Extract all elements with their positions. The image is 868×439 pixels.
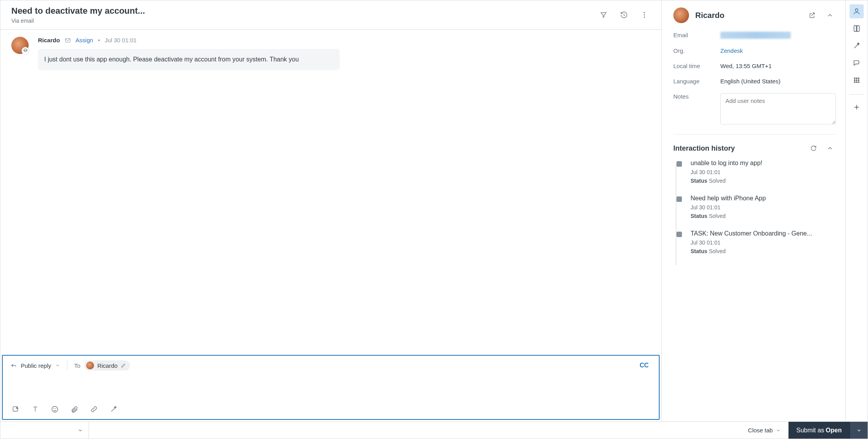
chevron-down-icon [856,428,862,433]
apps-rail [846,0,868,421]
more-actions-icon[interactable] [637,7,652,22]
history-icon[interactable] [617,7,631,22]
history-status-label: Status [691,213,707,219]
history-status-dot [676,232,682,237]
attachment-icon[interactable] [70,405,79,414]
chevron-down-icon [78,428,83,433]
history-status-label: Status [691,178,707,184]
history-status-value: Solved [709,213,726,219]
history-status-value: Solved [709,248,726,254]
filter-icon[interactable] [596,7,611,22]
composer-textarea[interactable] [3,374,659,401]
user-panel-header: Ricardo [673,7,836,29]
user-panel: Ricardo Email Org. Zendesk Local time We… [662,0,846,421]
submit-button-group: Submit as Open [788,422,868,439]
rail-add-icon[interactable] [850,100,864,114]
channel-badge-icon [22,47,29,55]
localtime-value: Wed, 13:55 GMT+1 [720,63,836,69]
user-name[interactable]: Ricardo [695,11,800,20]
svg-rect-12 [854,79,855,81]
localtime-label: Local time [673,63,720,69]
notes-textarea[interactable] [720,93,836,124]
org-value[interactable]: Zendesk [720,47,836,54]
svg-rect-17 [858,81,859,83]
edit-pencil-icon[interactable] [121,363,126,368]
open-external-icon[interactable] [806,9,818,21]
user-avatar[interactable] [673,7,689,23]
chevron-down-icon [776,428,781,433]
language-value: English (United States) [720,78,836,85]
reply-type-label: Public reply [21,362,51,369]
history-item[interactable]: unable to log into my app! Jul 30 01:01 … [679,160,836,195]
history-item[interactable]: TASK: New Customer Onboarding - Gene... … [679,230,836,265]
conversation-header: Need to deactivate my account... Via ema… [0,0,661,30]
history-item-ts: Jul 30 01:01 [691,169,836,175]
history-status-label: Status [691,248,707,254]
footer-bar: Close tab Submit as Open [0,422,868,439]
link-icon[interactable] [90,405,98,414]
close-tab-label: Close tab [748,427,773,434]
rail-conversations-icon[interactable] [850,56,864,70]
cc-button[interactable]: CC [640,362,651,369]
message-author[interactable]: Ricardo [38,37,60,43]
svg-rect-11 [858,77,859,79]
submit-status-dropdown[interactable] [850,422,868,439]
text-format-icon[interactable] [31,405,40,414]
submit-button[interactable]: Submit as Open [788,422,850,439]
submit-prefix: Submit as [796,427,824,434]
message-timestamp: Jul 30 01:01 [105,37,137,43]
reply-type-dropdown[interactable]: Public reply [11,362,60,369]
collapse-chevron-icon[interactable] [824,9,836,21]
submit-status: Open [826,427,842,434]
history-item[interactable]: Need help with iPhone App Jul 30 01:01 S… [679,195,836,230]
rail-apps-grid-icon[interactable] [850,73,864,87]
close-tab-button[interactable]: Close tab [89,422,788,439]
recipient-name: Ricardo [97,362,118,369]
rail-divider [850,94,864,95]
recipient-chip[interactable]: Ricardo [84,360,130,371]
history-item-title[interactable]: unable to log into my app! [691,160,836,167]
svg-point-5 [52,407,58,412]
chevron-down-icon [55,363,60,368]
svg-rect-10 [856,77,857,79]
language-label: Language [673,78,720,85]
rail-knowledge-icon[interactable] [850,22,864,36]
history-status-value: Solved [709,178,726,184]
history-item-ts: Jul 30 01:01 [691,239,836,246]
history-status-dot [676,196,682,202]
footer-left-dropdown[interactable] [0,422,89,439]
svg-point-1 [644,14,645,16]
org-label: Org. [673,47,720,54]
message-body: I just dont use this app enough. Please … [38,49,340,70]
conversation-body: Ricardo Assign • Jul 30 01:01 I just don… [0,30,661,353]
history-title: Interaction history [673,144,803,153]
history-collapse-icon[interactable] [824,142,836,154]
emoji-icon[interactable] [51,405,59,414]
rail-user-icon[interactable] [850,4,864,18]
insert-content-icon[interactable] [11,405,20,414]
svg-rect-15 [854,81,855,83]
message: Ricardo Assign • Jul 30 01:01 I just don… [11,37,652,70]
recipient-avatar [86,362,94,369]
ticket-via: Via email [11,18,591,24]
divider [67,360,67,371]
meta-separator: • [98,37,100,43]
message-avatar[interactable] [11,37,29,54]
user-fields: Email Org. Zendesk Local time Wed, 13:55… [673,29,836,135]
refresh-icon[interactable] [808,142,819,154]
history-item-title[interactable]: Need help with iPhone App [691,195,836,202]
history-header: Interaction history [673,135,836,160]
svg-point-6 [54,408,54,409]
assign-link[interactable]: Assign [76,37,93,43]
composer: Public reply To Ricardo CC [2,355,660,420]
to-label: To [74,362,81,369]
email-value-redacted [720,32,836,39]
svg-rect-3 [65,38,70,42]
history-item-ts: Jul 30 01:01 [691,204,836,211]
ai-magic-icon[interactable] [109,405,118,414]
svg-rect-9 [854,77,855,79]
rail-magic-icon[interactable] [850,39,864,53]
email-channel-icon [65,37,71,43]
history-item-title[interactable]: TASK: New Customer Onboarding - Gene... [691,230,836,237]
svg-rect-16 [856,81,857,83]
